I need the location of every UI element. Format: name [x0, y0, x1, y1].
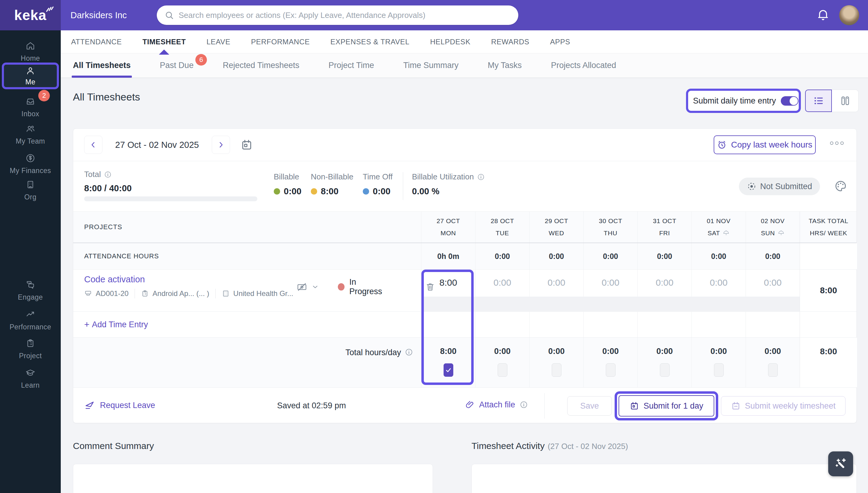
user-avatar[interactable] [839, 5, 859, 25]
submit-day-checkbox[interactable] [606, 363, 616, 377]
subtab-rejected-timesheets[interactable]: Rejected Timesheets [223, 53, 299, 78]
sidebar-item-my-team[interactable]: My Team [0, 124, 61, 145]
history-clock-icon [717, 140, 727, 150]
tab-attendance[interactable]: ATTENDANCE [70, 36, 122, 48]
add-time-entry-row: + Add Time Entry [73, 312, 856, 338]
subtab-past-due[interactable]: Past Due 6 [160, 53, 193, 78]
subtab-all-timesheets[interactable]: All Timesheets [73, 53, 131, 78]
sidebar-item-project[interactable]: Project [0, 339, 61, 360]
non-billable-icon[interactable] [296, 281, 307, 293]
sidebar-item-label: Learn [21, 381, 40, 389]
subtab-my-tasks[interactable]: My Tasks [488, 53, 522, 78]
submit-daily-toggle[interactable] [781, 96, 799, 106]
sidebar-item-performance[interactable]: Performance [0, 309, 61, 331]
table-header-row: PROJECTS 27 OCTMON 28 OCTTUE 29 OCTWED 3… [73, 211, 856, 243]
total-hours-value: 8:00 / 40:00 [84, 184, 131, 193]
day-header-tue: 28 OCTTUE [475, 212, 529, 242]
tab-helpdesk[interactable]: HELPDESK [430, 36, 471, 48]
check-icon [445, 367, 452, 373]
week-summary: Total 8:00 / 40:00 Billable 0:00 Non-Bil… [73, 161, 856, 211]
sidebar-item-home[interactable]: Home [0, 41, 61, 63]
sidebar-item-me[interactable]: Me [2, 63, 59, 89]
attendance-cell: 0:00 [691, 243, 746, 269]
day-total-cell: 0:00 [583, 338, 637, 387]
utilization-value: 0.00 % [412, 186, 485, 196]
timesheet-activity-title: Timesheet Activity(27 Oct - 02 Nov 2025) [472, 441, 628, 451]
divider [544, 393, 545, 419]
subtab-project-time[interactable]: Project Time [328, 53, 374, 78]
paperclip-icon [465, 400, 475, 409]
sidebar-item-org[interactable]: Org [0, 180, 61, 201]
tab-apps[interactable]: APPS [549, 36, 571, 48]
timesheet-card: 27 Oct - 02 Nov 2025 Copy last week hour… [73, 128, 857, 423]
comment-summary-title: Comment Summary [73, 441, 154, 451]
chevron-left-icon [89, 141, 97, 149]
submit-day-highlight: Submit for 1 day [615, 391, 718, 421]
board-view-button[interactable] [832, 89, 859, 112]
sidebar-item-label: Org [24, 193, 37, 201]
sidebar-item-engage[interactable]: Engage [0, 280, 61, 301]
submit-calendar-icon [629, 401, 639, 411]
sidebar-item-label: Engage [18, 293, 43, 301]
tab-expenses-travel[interactable]: EXPENSES & TRAVEL [330, 36, 410, 48]
subtab-projects-allocated[interactable]: Projects Allocated [551, 53, 616, 78]
empty-cell [637, 312, 691, 337]
submit-day-checkbox[interactable] [443, 363, 453, 377]
search-input[interactable] [179, 10, 511, 20]
palette-icon[interactable] [834, 179, 847, 193]
magic-wand-button[interactable] [828, 451, 853, 476]
submit-day-checkbox[interactable] [498, 363, 508, 377]
tab-rewards[interactable]: REWARDS [491, 36, 530, 48]
empty-cell [475, 312, 529, 337]
sidebar-item-label: Me [25, 78, 36, 86]
save-button[interactable]: Save [567, 396, 612, 415]
tab-performance[interactable]: PERFORMANCE [250, 36, 310, 48]
submit-day-checkbox[interactable] [660, 363, 669, 377]
delete-row-icon[interactable] [425, 281, 435, 292]
global-search[interactable] [157, 5, 518, 25]
more-options-button[interactable] [830, 142, 844, 145]
previous-week-button[interactable] [84, 136, 102, 154]
graduation-icon [25, 368, 35, 378]
billable-value: 0:00 [284, 186, 302, 196]
submit-day-checkbox[interactable] [768, 363, 778, 377]
sidebar-item-my-finances[interactable]: My Finances [0, 153, 61, 175]
day-header-sat: 01 NOV SAT [691, 212, 746, 242]
timesheet-table: PROJECTS 27 OCTMON 28 OCTTUE 29 OCTWED 3… [73, 211, 856, 387]
info-icon [477, 173, 485, 181]
billable-dot [274, 188, 280, 195]
keka-logo[interactable]: keka [0, 0, 61, 30]
saved-status: Saved at 02:59 pm [277, 401, 346, 410]
chat-icon [25, 280, 35, 290]
notifications-bell-icon[interactable] [816, 8, 831, 22]
request-leave-button[interactable]: Request Leave [84, 400, 155, 411]
sidebar-item-inbox[interactable]: 2 Inbox [0, 97, 61, 118]
info-icon [519, 401, 528, 409]
sub-row-stripe [421, 297, 800, 312]
sidebar-item-label: Home [21, 54, 40, 63]
attendance-hours-row: ATTENDANCE HOURS 0h 0m 0:00 0:00 0:00 0:… [73, 243, 856, 270]
non-billable-dot [311, 188, 317, 195]
subtab-time-summary[interactable]: Time Summary [403, 53, 458, 78]
tab-timesheet[interactable]: TIMESHEET [142, 36, 187, 48]
sidebar-item-label: My Team [16, 137, 45, 145]
trend-icon [25, 309, 35, 319]
list-view-button[interactable] [805, 89, 832, 112]
submit-day-checkbox[interactable] [714, 363, 724, 377]
next-week-button[interactable] [212, 136, 230, 154]
tag-icon [84, 290, 92, 298]
tab-leave[interactable]: LEAVE [206, 36, 231, 48]
add-time-entry-button[interactable]: + Add Time Entry [73, 312, 421, 337]
sidebar-item-learn[interactable]: Learn [0, 368, 61, 389]
sidebar-item-label: Project [19, 352, 42, 360]
submit-weekly-timesheet-button[interactable]: Submit weekly timesheet [721, 396, 846, 415]
chevron-down-icon[interactable] [311, 283, 319, 291]
copy-last-week-hours-button[interactable]: Copy last week hours [714, 135, 816, 154]
submit-for-1-day-button[interactable]: Submit for 1 day [619, 395, 714, 416]
divider [403, 172, 403, 200]
calendar-picker-icon[interactable] [240, 138, 253, 151]
person-icon [25, 66, 35, 76]
attach-file-button[interactable]: Attach file [465, 400, 528, 409]
week-range: 27 Oct - 02 Nov 2025 [115, 140, 199, 150]
submit-day-checkbox[interactable] [552, 363, 561, 377]
